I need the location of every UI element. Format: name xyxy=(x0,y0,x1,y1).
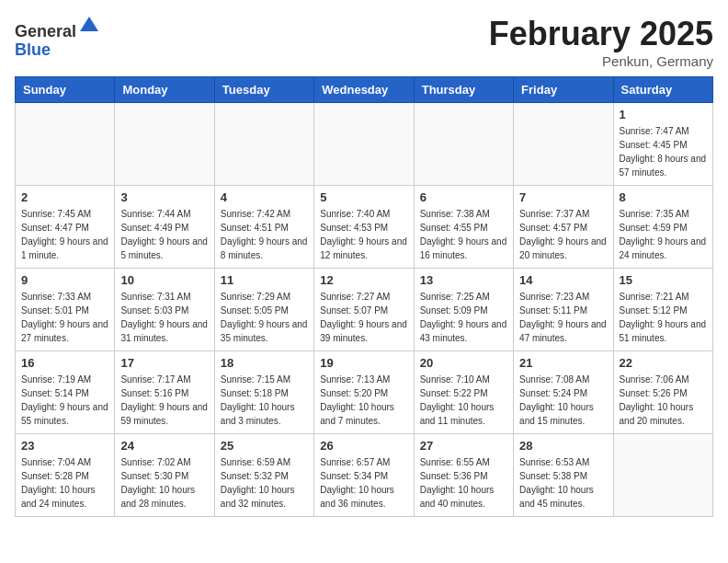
day-info: Sunrise: 6:57 AMSunset: 5:34 PMDaylight:… xyxy=(320,455,407,511)
day-cell: 8Sunrise: 7:35 AMSunset: 4:59 PMDaylight… xyxy=(613,186,712,269)
day-number: 10 xyxy=(120,273,208,287)
day-number: 3 xyxy=(120,190,208,204)
day-info: Sunrise: 7:06 AMSunset: 5:26 PMDaylight:… xyxy=(620,373,707,428)
day-info: Sunrise: 7:15 AMSunset: 5:18 PMDaylight:… xyxy=(221,373,308,428)
day-number: 19 xyxy=(320,356,407,370)
day-cell: 12Sunrise: 7:27 AMSunset: 5:07 PMDayligh… xyxy=(314,269,414,351)
day-info: Sunrise: 7:33 AMSunset: 5:01 PMDaylight:… xyxy=(21,290,108,345)
day-number: 22 xyxy=(620,356,707,370)
day-number: 6 xyxy=(420,190,507,204)
weekday-header-saturday: Saturday xyxy=(613,77,712,103)
day-cell xyxy=(414,103,513,186)
weekday-header-friday: Friday xyxy=(514,77,613,103)
day-info: Sunrise: 6:53 AMSunset: 5:38 PMDaylight:… xyxy=(519,455,607,511)
day-number: 7 xyxy=(519,190,607,204)
day-number: 12 xyxy=(320,273,407,287)
location: Penkun, Germany xyxy=(489,53,713,69)
day-cell: 21Sunrise: 7:08 AMSunset: 5:24 PMDayligh… xyxy=(514,351,613,434)
day-info: Sunrise: 7:23 AMSunset: 5:11 PMDaylight:… xyxy=(519,290,607,345)
day-info: Sunrise: 6:55 AMSunset: 5:36 PMDaylight:… xyxy=(420,455,507,511)
day-cell xyxy=(314,103,414,186)
weekday-header-sunday: Sunday xyxy=(16,77,115,103)
weekday-header-row: SundayMondayTuesdayWednesdayThursdayFrid… xyxy=(16,77,713,103)
day-cell: 2Sunrise: 7:45 AMSunset: 4:47 PMDaylight… xyxy=(16,186,115,269)
week-row-1: 1Sunrise: 7:47 AMSunset: 4:45 PMDaylight… xyxy=(16,103,713,186)
day-cell: 18Sunrise: 7:15 AMSunset: 5:18 PMDayligh… xyxy=(214,351,313,434)
day-cell: 6Sunrise: 7:38 AMSunset: 4:55 PMDaylight… xyxy=(414,186,513,269)
month-title: February 2025 xyxy=(489,15,713,53)
day-cell xyxy=(115,103,214,186)
day-info: Sunrise: 7:42 AMSunset: 4:51 PMDaylight:… xyxy=(221,207,308,262)
day-number: 8 xyxy=(620,190,707,204)
day-number: 26 xyxy=(320,439,407,453)
svg-marker-0 xyxy=(80,17,98,31)
day-number: 21 xyxy=(519,356,607,370)
day-cell: 14Sunrise: 7:23 AMSunset: 5:11 PMDayligh… xyxy=(514,269,613,351)
day-number: 1 xyxy=(620,108,707,121)
day-number: 13 xyxy=(420,273,507,287)
day-number: 24 xyxy=(120,439,208,453)
day-cell: 10Sunrise: 7:31 AMSunset: 5:03 PMDayligh… xyxy=(115,269,214,351)
day-info: Sunrise: 7:37 AMSunset: 4:57 PMDaylight:… xyxy=(519,207,607,262)
day-number: 20 xyxy=(420,356,507,370)
day-cell xyxy=(214,103,313,186)
day-info: Sunrise: 7:25 AMSunset: 5:09 PMDaylight:… xyxy=(420,290,507,345)
day-cell: 5Sunrise: 7:40 AMSunset: 4:53 PMDaylight… xyxy=(314,186,414,269)
day-cell: 22Sunrise: 7:06 AMSunset: 5:26 PMDayligh… xyxy=(613,351,712,434)
day-info: Sunrise: 7:38 AMSunset: 4:55 PMDaylight:… xyxy=(420,207,507,262)
day-cell: 15Sunrise: 7:21 AMSunset: 5:12 PMDayligh… xyxy=(613,269,712,351)
day-info: Sunrise: 7:27 AMSunset: 5:07 PMDaylight:… xyxy=(320,290,407,345)
day-cell xyxy=(514,103,613,186)
day-cell: 28Sunrise: 6:53 AMSunset: 5:38 PMDayligh… xyxy=(514,434,613,517)
day-cell: 16Sunrise: 7:19 AMSunset: 5:14 PMDayligh… xyxy=(16,351,115,434)
day-info: Sunrise: 7:29 AMSunset: 5:05 PMDaylight:… xyxy=(221,290,308,345)
day-number: 18 xyxy=(221,356,308,370)
day-number: 4 xyxy=(221,190,308,204)
logo-blue: Blue xyxy=(15,40,51,59)
day-number: 17 xyxy=(120,356,208,370)
day-info: Sunrise: 7:47 AMSunset: 4:45 PMDaylight:… xyxy=(620,124,707,179)
day-info: Sunrise: 7:44 AMSunset: 4:49 PMDaylight:… xyxy=(120,207,208,262)
title-block: February 2025 Penkun, Germany xyxy=(489,15,713,69)
logo: General Blue xyxy=(15,15,100,60)
day-cell: 11Sunrise: 7:29 AMSunset: 5:05 PMDayligh… xyxy=(214,269,313,351)
weekday-header-tuesday: Tuesday xyxy=(214,77,313,103)
week-row-3: 9Sunrise: 7:33 AMSunset: 5:01 PMDaylight… xyxy=(16,269,713,351)
day-cell: 9Sunrise: 7:33 AMSunset: 5:01 PMDaylight… xyxy=(16,269,115,351)
day-cell: 19Sunrise: 7:13 AMSunset: 5:20 PMDayligh… xyxy=(314,351,414,434)
weekday-header-wednesday: Wednesday xyxy=(314,77,414,103)
day-info: Sunrise: 7:45 AMSunset: 4:47 PMDaylight:… xyxy=(21,207,108,262)
day-info: Sunrise: 7:21 AMSunset: 5:12 PMDaylight:… xyxy=(620,290,707,345)
day-info: Sunrise: 7:10 AMSunset: 5:22 PMDaylight:… xyxy=(420,373,507,428)
day-info: Sunrise: 7:02 AMSunset: 5:30 PMDaylight:… xyxy=(120,455,208,511)
calendar: SundayMondayTuesdayWednesdayThursdayFrid… xyxy=(15,76,713,517)
week-row-4: 16Sunrise: 7:19 AMSunset: 5:14 PMDayligh… xyxy=(16,351,713,434)
day-number: 11 xyxy=(221,273,308,287)
day-info: Sunrise: 7:17 AMSunset: 5:16 PMDaylight:… xyxy=(120,373,208,428)
week-row-5: 23Sunrise: 7:04 AMSunset: 5:28 PMDayligh… xyxy=(16,434,713,517)
day-cell xyxy=(613,434,712,517)
day-number: 14 xyxy=(519,273,607,287)
day-number: 25 xyxy=(221,439,308,453)
day-info: Sunrise: 7:08 AMSunset: 5:24 PMDaylight:… xyxy=(519,373,607,428)
day-number: 16 xyxy=(21,356,108,370)
page-header: General Blue February 2025 Penkun, Germa… xyxy=(15,15,713,69)
day-info: Sunrise: 7:04 AMSunset: 5:28 PMDaylight:… xyxy=(21,455,108,511)
logo-icon xyxy=(78,15,100,37)
day-info: Sunrise: 7:35 AMSunset: 4:59 PMDaylight:… xyxy=(620,207,707,262)
day-cell: 27Sunrise: 6:55 AMSunset: 5:36 PMDayligh… xyxy=(414,434,513,517)
day-cell: 20Sunrise: 7:10 AMSunset: 5:22 PMDayligh… xyxy=(414,351,513,434)
day-info: Sunrise: 7:13 AMSunset: 5:20 PMDaylight:… xyxy=(320,373,407,428)
day-cell: 26Sunrise: 6:57 AMSunset: 5:34 PMDayligh… xyxy=(314,434,414,517)
day-number: 28 xyxy=(519,439,607,453)
day-info: Sunrise: 7:19 AMSunset: 5:14 PMDaylight:… xyxy=(21,373,108,428)
week-row-2: 2Sunrise: 7:45 AMSunset: 4:47 PMDaylight… xyxy=(16,186,713,269)
day-number: 9 xyxy=(21,273,108,287)
day-cell: 24Sunrise: 7:02 AMSunset: 5:30 PMDayligh… xyxy=(115,434,214,517)
day-cell: 23Sunrise: 7:04 AMSunset: 5:28 PMDayligh… xyxy=(16,434,115,517)
day-cell: 3Sunrise: 7:44 AMSunset: 4:49 PMDaylight… xyxy=(115,186,214,269)
day-info: Sunrise: 7:31 AMSunset: 5:03 PMDaylight:… xyxy=(120,290,208,345)
logo-general: General xyxy=(15,22,76,40)
day-cell: 7Sunrise: 7:37 AMSunset: 4:57 PMDaylight… xyxy=(514,186,613,269)
day-number: 23 xyxy=(21,439,108,453)
